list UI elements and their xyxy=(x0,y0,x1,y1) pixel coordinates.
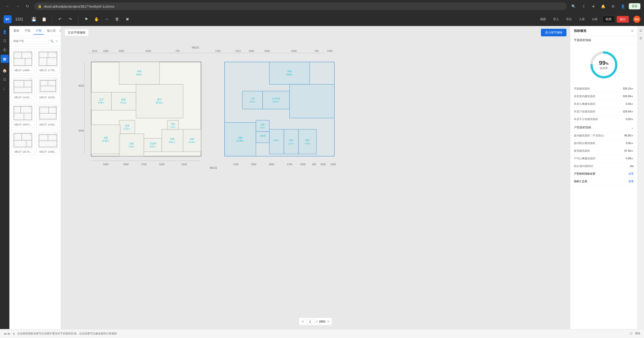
tab-unit-type[interactable]: 户型 xyxy=(34,27,44,35)
bookmark-btn[interactable]: ★ xyxy=(589,2,598,10)
sidebar-corner-btn[interactable]: ∟ xyxy=(1,84,9,92)
section-unit-metrics[interactable]: 户型面积指标 ⌄ xyxy=(570,123,637,132)
floor-plan-item-5[interactable]: ⓘ 3房1厅-15873... xyxy=(11,103,34,128)
sidebar-build-btn[interactable]: 🏠 xyxy=(1,66,9,75)
donut-percent: 99% xyxy=(599,60,608,66)
flag-button[interactable]: ⚑ xyxy=(82,15,90,24)
delete-button[interactable]: 🗑 xyxy=(113,15,122,24)
extra-panel-list-btn[interactable]: ☰ xyxy=(638,36,644,41)
svg-rect-99 xyxy=(224,122,256,156)
help-icon: ⓘ xyxy=(630,332,632,335)
svg-rect-104 xyxy=(269,129,284,154)
svg-text:2800: 2800 xyxy=(269,163,274,166)
svg-text:1586: 1586 xyxy=(249,50,254,52)
tab-materials[interactable]: 素材 xyxy=(11,27,22,35)
analysis-menu-button[interactable]: 分析 xyxy=(589,16,600,23)
svg-rect-64 xyxy=(136,84,183,118)
fp-thumb-1: ⓘ xyxy=(13,50,33,68)
floor-plan-item-8[interactable]: ⓘ 3房1厅-12081... xyxy=(36,130,60,155)
fp-info-1[interactable]: ⓘ xyxy=(29,51,32,55)
svg-rect-70 xyxy=(168,120,178,130)
metric-row-5: 本层不计容建筑面积 0.00㎡ xyxy=(570,116,637,123)
sidebar-floorplan-btn[interactable]: ▦ xyxy=(1,55,9,63)
export-menu-button[interactable]: 导出 xyxy=(563,16,574,23)
floor-plan-item-4[interactable]: ⓘ 2房1厅-10335... xyxy=(36,75,60,101)
tab-core[interactable]: 核心筒 xyxy=(45,27,58,35)
floor-plan-item-7[interactable]: ⓘ 4房1厅-18176... xyxy=(11,130,34,155)
svg-text:1514: 1514 xyxy=(235,50,241,52)
floor-plan-item-1[interactable]: ⓘ 3房1厅-14895... xyxy=(11,48,34,74)
extra-panel-menu-btn[interactable]: ☰ xyxy=(638,28,644,34)
filter-button[interactable]: ▿ xyxy=(55,38,59,44)
address-bar[interactable]: 🔒 xkool.ai/koolplan/project/3817?entityI… xyxy=(34,3,567,10)
redo-button[interactable]: ↷ xyxy=(66,15,74,24)
download-btn[interactable]: ⇩ xyxy=(580,2,588,10)
forward-button[interactable]: → xyxy=(14,2,22,10)
fp-info-8[interactable]: ⓘ xyxy=(54,132,57,136)
fp-info-3[interactable]: ⓘ xyxy=(29,78,32,82)
sidebar-grid-btn[interactable]: ☷ xyxy=(1,75,9,83)
metric-row-7: 套内阳台建筑面积 0.00㎡ xyxy=(570,140,637,147)
svg-text:1700: 1700 xyxy=(141,163,146,166)
view-menu-button[interactable]: 视图 xyxy=(537,16,548,23)
panel-content: ⓘ 3房1厅-14895... xyxy=(10,47,61,329)
reload-button[interactable]: ↻ xyxy=(23,2,31,10)
svg-text:49131: 49131 xyxy=(192,46,199,49)
svg-rect-67 xyxy=(119,120,135,134)
expand-button[interactable]: ≪≪ xyxy=(4,332,10,335)
user-avatar[interactable]: Bo xyxy=(633,16,640,23)
fp-info-2[interactable]: ⓘ xyxy=(54,51,57,55)
sidebar-people-btn[interactable]: 👤 xyxy=(1,28,9,36)
summary-link-button[interactable]: 查看 xyxy=(628,180,634,183)
search-browser-btn[interactable]: 🔍 xyxy=(570,2,578,10)
page-input[interactable] xyxy=(306,319,314,324)
fp-info-7[interactable]: ⓘ xyxy=(29,132,32,136)
fp-info-6[interactable]: ⓘ xyxy=(54,105,57,109)
dark-mode-button[interactable]: 暗黑 xyxy=(602,16,615,23)
svg-text:7.02㎡: 7.02㎡ xyxy=(260,127,266,129)
measure-button[interactable]: ↔ xyxy=(103,15,111,24)
import-menu-button[interactable]: 导入 xyxy=(550,16,562,23)
undo-button[interactable]: ↶ xyxy=(56,15,64,24)
svg-text:8.61㎡: 8.61㎡ xyxy=(169,141,176,143)
notifications-btn[interactable]: 🔔 xyxy=(599,2,607,10)
prev-page-button[interactable]: < xyxy=(302,319,304,324)
next-page-button[interactable]: > xyxy=(327,319,329,324)
floor-plan-item-2[interactable]: ⓘ 4房1厅-17725... xyxy=(36,48,60,74)
hand-button[interactable]: ✋ xyxy=(92,15,101,24)
back-button[interactable]: ← xyxy=(4,2,12,10)
tab-floor[interactable]: 平面 xyxy=(22,27,33,35)
save-as-button[interactable]: 📋 xyxy=(40,15,48,24)
svg-text:4300: 4300 xyxy=(78,129,84,132)
right-panel-close-button[interactable]: ✕ xyxy=(631,29,634,33)
library-button[interactable]: 入库 xyxy=(576,16,588,23)
save-button[interactable]: 💾 xyxy=(30,15,38,24)
sidebar-create-btn[interactable]: ➕ xyxy=(1,46,9,54)
light-mode-button[interactable]: 极白 xyxy=(617,16,629,23)
search-input[interactable] xyxy=(11,38,49,44)
settings-link-button[interactable]: 设置 xyxy=(628,172,634,176)
sidebar-layers-btn[interactable]: ☷ xyxy=(1,37,9,45)
canvas-area[interactable]: 正在平面编辑 进入细节编辑 1514 1586 3000 6300 700 49… xyxy=(61,26,570,329)
extensions-btn[interactable]: ⚙ xyxy=(609,2,617,10)
browser-actions: 🔍 ⇩ ★ 🔔 ⚙ 👤 更新 xyxy=(570,2,640,10)
floor-plan-item-3[interactable]: ⓘ 3房1厅-14181... xyxy=(11,75,34,101)
app-toolbar: BC 1221 💾 📋 ↶ ↷ ⚑ ✋ ↔ 🗑 ✖ 视图 导入 导出 入库 分析… xyxy=(0,13,644,26)
fp-info-4[interactable]: ⓘ xyxy=(54,78,57,82)
update-button[interactable]: 更新 xyxy=(629,3,640,10)
fp-info-5[interactable]: ⓘ xyxy=(29,105,32,109)
fp-label-8: 3房1厅-12081... xyxy=(38,150,58,153)
more-button[interactable]: ✖ xyxy=(123,15,132,24)
svg-text:客厅: 客厅 xyxy=(157,98,162,101)
svg-text:13.55㎡: 13.55㎡ xyxy=(102,140,110,142)
fp-thumb-6: ⓘ xyxy=(38,104,58,122)
svg-text:2500: 2500 xyxy=(300,163,306,166)
floor-plan-item-6[interactable]: ⓘ 2房1厅-12452... xyxy=(36,103,60,128)
svg-rect-89 xyxy=(269,62,310,84)
svg-text:7426: 7426 xyxy=(233,163,238,166)
browser-bar: ← → ↻ 🔒 xkool.ai/koolplan/project/3817?e… xyxy=(0,0,644,13)
main-layout: 👤 ☷ ➕ ▦ 🏠 ☷ ∟ 素材 平面 户型 核心筒 ✕ 🔍 ▿ xyxy=(0,26,644,329)
search-button[interactable]: 🔍 xyxy=(50,38,54,44)
profile-btn[interactable]: 👤 xyxy=(619,2,627,10)
detail-edit-button[interactable]: 进入细节编辑 xyxy=(541,29,566,36)
